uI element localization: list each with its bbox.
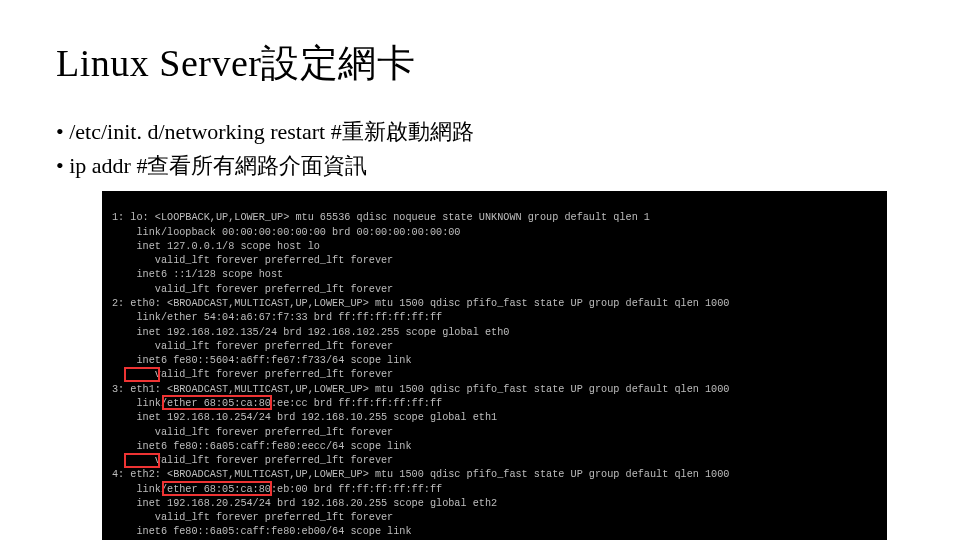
- slide-title: Linux Server設定網卡: [56, 38, 904, 89]
- term-line: valid_lft forever preferred_lft forever: [112, 255, 393, 266]
- term-line: link/ether 54:04:a6:67:f7:33 brd ff:ff:f…: [112, 312, 442, 323]
- term-line: 2: eth0: <BROADCAST,MULTICAST,UP,LOWER_U…: [112, 298, 729, 309]
- term-line: inet6 fe80::5604:a6ff:fe67:f733/64 scope…: [112, 355, 412, 366]
- bullet-item: • /etc/init. d/networking restart #重新啟動網…: [56, 117, 904, 147]
- term-line: link/loopback 00:00:00:00:00:00 brd 00:0…: [112, 227, 460, 238]
- term-line: link/ether 68:05:ca:80:ee:cc brd ff:ff:f…: [112, 398, 442, 409]
- slide: Linux Server設定網卡 • /etc/init. d/networki…: [0, 0, 960, 540]
- term-line: inet6 fe80::6a05:caff:fe80:eecc/64 scope…: [112, 441, 412, 452]
- term-line: valid_lft forever preferred_lft forever: [112, 427, 393, 438]
- term-line: 1: lo: <LOOPBACK,UP,LOWER_UP> mtu 65536 …: [112, 212, 650, 223]
- term-line: inet 127.0.0.1/8 scope host lo: [112, 241, 320, 252]
- term-line: 3: eth1: <BROADCAST,MULTICAST,UP,LOWER_U…: [112, 384, 729, 395]
- term-line: inet 192.168.102.135/24 brd 192.168.102.…: [112, 327, 509, 338]
- term-line: inet 192.168.10.254/24 brd 192.168.10.25…: [112, 412, 497, 423]
- term-line: 4: eth2: <BROADCAST,MULTICAST,UP,LOWER_U…: [112, 469, 729, 480]
- term-line: valid_lft forever preferred_lft forever: [112, 341, 393, 352]
- term-line: inet 192.168.20.254/24 brd 192.168.20.25…: [112, 498, 497, 509]
- term-line: valid_lft forever preferred_lft forever: [112, 284, 393, 295]
- term-line: link/ether 68:05:ca:80:eb:00 brd ff:ff:f…: [112, 484, 442, 495]
- term-line: inet6 fe80::6a05:caff:fe80:eb00/64 scope…: [112, 526, 412, 537]
- term-line: valid_lft forever preferred_lft forever: [112, 455, 393, 466]
- term-line: inet6 ::1/128 scope host: [112, 269, 283, 280]
- bullet-item: • ip addr #查看所有網路介面資訊: [56, 151, 904, 181]
- terminal-output: 1: lo: <LOOPBACK,UP,LOWER_UP> mtu 65536 …: [102, 191, 887, 540]
- term-line: valid_lft forever preferred_lft forever: [112, 369, 393, 380]
- term-line: valid_lft forever preferred_lft forever: [112, 512, 393, 523]
- bullet-list: • /etc/init. d/networking restart #重新啟動網…: [56, 117, 904, 181]
